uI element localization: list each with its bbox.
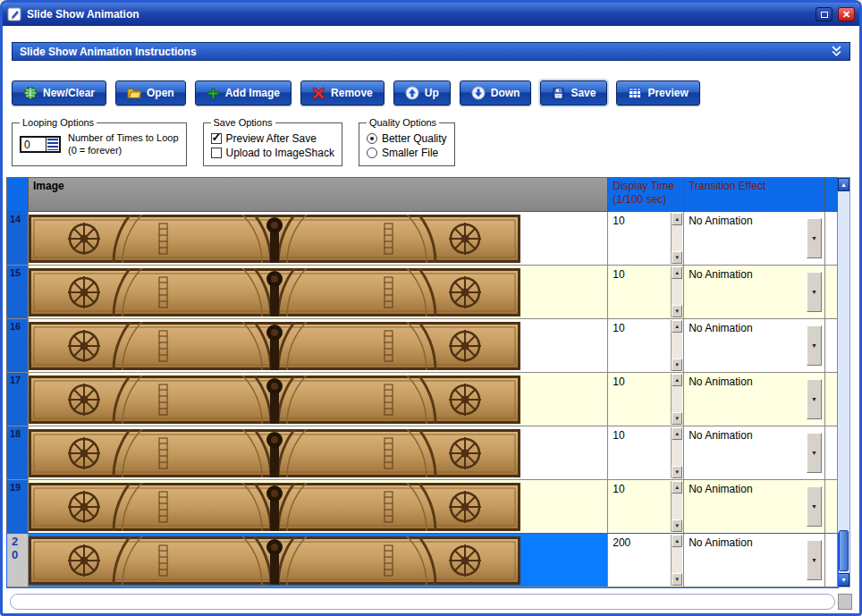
slide-thumbnail[interactable]: [29, 322, 520, 370]
down-label: Down: [491, 87, 520, 99]
slide-thumbnail[interactable]: [29, 376, 520, 424]
display-time-spinner[interactable]: ▲▼: [671, 320, 682, 371]
better-quality-radio[interactable]: Better Quality: [367, 132, 447, 145]
remove-button[interactable]: Remove: [300, 80, 385, 105]
smaller-file-label: Smaller File: [382, 147, 438, 159]
spin-down-icon[interactable]: ▼: [672, 519, 682, 532]
image-cell[interactable]: [29, 426, 608, 480]
spin-down-icon[interactable]: ▼: [672, 359, 682, 371]
horizontal-scrollbar[interactable]: [10, 594, 835, 610]
save-button[interactable]: Save: [540, 80, 607, 105]
preview-after-save-checkbox[interactable]: Preview After Save: [211, 132, 334, 145]
smaller-file-radio[interactable]: Smaller File: [367, 147, 447, 159]
options-row: Looping Options 0 Number of Times to Loo…: [12, 117, 850, 166]
spin-up-icon[interactable]: ▲: [672, 213, 682, 225]
transition-cell[interactable]: No Animation ▼: [684, 534, 825, 587]
scroll-down-icon[interactable]: ▼: [838, 573, 849, 586]
vertical-scrollbar[interactable]: ▲ ▼: [838, 177, 850, 587]
transition-cell[interactable]: No Animation ▼: [684, 212, 825, 266]
open-button[interactable]: Open: [115, 80, 186, 105]
image-cell[interactable]: [29, 534, 608, 587]
row-number[interactable]: 18: [7, 426, 29, 480]
display-time-spinner[interactable]: ▲▼: [671, 266, 682, 317]
close-button[interactable]: ✕: [838, 7, 855, 21]
new-clear-button[interactable]: New/Clear: [12, 80, 106, 105]
display-time-cell[interactable]: 10 ▲▼: [608, 480, 684, 534]
slide-thumbnail[interactable]: [29, 536, 520, 585]
transition-dropdown-button[interactable]: ▼: [807, 433, 822, 473]
looping-options-group: Looping Options 0 Number of Times to Loo…: [12, 117, 187, 166]
table-row: 19 10 ▲▼ No Animation ▼: [7, 480, 838, 534]
vertical-scrollbar-track[interactable]: [838, 191, 849, 573]
spin-down-icon[interactable]: ▼: [672, 573, 682, 586]
loop-count-label: Number of Times to Loop (0 = forever): [68, 132, 179, 157]
row-number[interactable]: 19: [7, 480, 29, 534]
transition-cell[interactable]: No Animation ▼: [684, 319, 825, 373]
slide-thumbnail[interactable]: [29, 215, 520, 263]
display-time-cell[interactable]: 10 ▲▼: [608, 426, 684, 480]
up-label: Up: [425, 87, 439, 99]
down-button[interactable]: Down: [460, 80, 532, 105]
spin-up-icon[interactable]: ▲: [672, 427, 682, 440]
display-time-spinner[interactable]: ▲▼: [671, 374, 682, 425]
display-time-spinner[interactable]: ▲▼: [671, 213, 682, 264]
row-number[interactable]: 17: [7, 373, 29, 426]
transition-dropdown-button[interactable]: ▼: [807, 325, 822, 366]
upload-imageshack-checkbox[interactable]: Upload to ImageShack: [211, 147, 334, 159]
row-number[interactable]: 14: [7, 212, 29, 266]
slide-thumbnail[interactable]: [29, 268, 520, 316]
scroll-up-icon[interactable]: ▲: [838, 178, 849, 191]
spin-up-icon[interactable]: ▲: [672, 266, 682, 279]
spin-down-icon[interactable]: ▼: [672, 466, 682, 478]
spin-down-icon[interactable]: ▼: [672, 412, 682, 425]
loop-count-value[interactable]: 0: [21, 138, 46, 151]
image-cell[interactable]: [29, 212, 608, 266]
image-cell[interactable]: [29, 266, 608, 319]
image-cell[interactable]: [29, 319, 608, 373]
loop-spin-up-button[interactable]: [47, 139, 58, 144]
row-number[interactable]: 16: [7, 319, 29, 373]
spin-up-icon[interactable]: ▲: [672, 535, 682, 547]
display-time-column-header[interactable]: Display Time (1/100 sec): [608, 178, 684, 212]
spin-up-icon[interactable]: ▲: [672, 481, 682, 494]
display-time-spinner[interactable]: ▲▼: [671, 427, 682, 478]
spin-up-icon[interactable]: ▲: [672, 320, 682, 333]
transition-cell[interactable]: No Animation ▼: [684, 426, 825, 480]
loop-count-spinner[interactable]: 0: [20, 136, 61, 153]
loop-spin-down-button[interactable]: [47, 146, 58, 151]
spin-up-icon[interactable]: ▲: [672, 374, 682, 386]
transition-cell[interactable]: No Animation ▼: [684, 480, 825, 534]
slide-thumbnail[interactable]: [29, 429, 520, 477]
transition-dropdown-button[interactable]: ▼: [807, 272, 822, 312]
display-time-spinner[interactable]: ▲▼: [671, 535, 682, 586]
display-time-cell[interactable]: 10 ▲▼: [608, 373, 684, 426]
transition-dropdown-button[interactable]: ▼: [807, 540, 822, 580]
transition-dropdown-button[interactable]: ▼: [807, 218, 822, 258]
spin-down-icon[interactable]: ▼: [672, 305, 682, 317]
display-time-spinner[interactable]: ▲▼: [671, 481, 682, 532]
display-time-cell[interactable]: 10 ▲▼: [608, 212, 684, 266]
restore-button[interactable]: [816, 7, 832, 21]
vertical-scrollbar-thumb[interactable]: [839, 530, 849, 571]
display-time-cell[interactable]: 10 ▲▼: [608, 319, 684, 373]
transition-dropdown-button[interactable]: ▼: [807, 486, 822, 527]
open-label: Open: [147, 87, 174, 99]
loop-spinner-buttons[interactable]: [46, 138, 59, 151]
preview-button[interactable]: Preview: [616, 80, 699, 105]
image-column-header[interactable]: Image: [29, 178, 608, 212]
row-number[interactable]: 20: [7, 534, 29, 587]
transition-cell[interactable]: No Animation ▼: [684, 373, 825, 426]
transition-cell[interactable]: No Animation ▼: [684, 266, 825, 319]
spin-down-icon[interactable]: ▼: [672, 251, 682, 264]
transition-column-header[interactable]: Transition Effect: [684, 178, 825, 212]
instructions-header[interactable]: Slide Show Animation Instructions: [12, 42, 850, 61]
up-button[interactable]: Up: [393, 80, 451, 105]
image-cell[interactable]: [29, 373, 608, 426]
add-image-button[interactable]: Add Image: [195, 80, 292, 105]
slide-thumbnail[interactable]: [29, 483, 520, 531]
transition-dropdown-button[interactable]: ▼: [807, 379, 822, 419]
image-cell[interactable]: [29, 480, 608, 534]
display-time-cell[interactable]: 10 ▲▼: [608, 266, 684, 319]
row-number[interactable]: 15: [7, 266, 29, 319]
display-time-cell[interactable]: 200 ▲▼: [608, 534, 684, 587]
